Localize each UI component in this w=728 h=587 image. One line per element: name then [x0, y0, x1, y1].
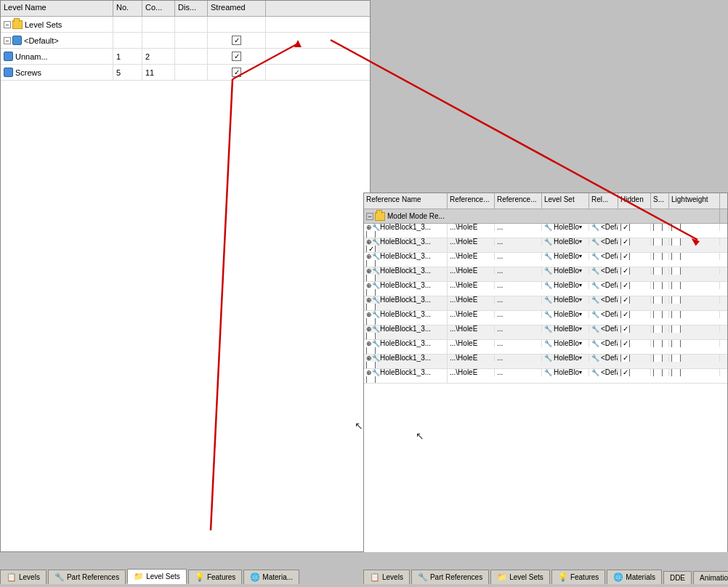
cb-rel[interactable] [620, 369, 630, 376]
cb-hidden[interactable] [653, 296, 663, 304]
dropdown-arrow[interactable]: ▾ [579, 355, 582, 361]
cb-lw[interactable] [366, 362, 376, 369]
cb-lw[interactable] [366, 376, 376, 384]
cb-s[interactable] [671, 369, 681, 376]
cb-hidden[interactable] [653, 282, 663, 289]
unnam-label: Unnam... [15, 52, 48, 61]
dropdown-arrow[interactable]: ▾ [579, 296, 582, 303]
cb-s[interactable] [671, 311, 681, 318]
tab-level-sets-right[interactable]: 📁 Level Sets [490, 570, 550, 584]
cb-lw[interactable] [366, 275, 376, 282]
dropdown-arrow[interactable]: ▾ [579, 267, 582, 274]
cb-s[interactable] [671, 355, 681, 362]
tab-levels-right[interactable]: 📋 Levels [363, 570, 410, 584]
cb-rel[interactable] [620, 238, 630, 246]
cb-hidden[interactable] [653, 253, 663, 260]
dropdown-arrow[interactable]: ▾ [579, 238, 582, 245]
label-level-set: <Defaul [601, 311, 618, 318]
cb-lw[interactable] [366, 260, 376, 267]
cb-s[interactable] [671, 224, 681, 231]
cb-unnam-streamed[interactable] [232, 52, 241, 61]
tab-features-left[interactable]: 💡 Features [188, 570, 242, 584]
label-level-set: <Defaul [601, 355, 618, 362]
tab-animation-right[interactable]: Animation [693, 571, 728, 584]
cb-s[interactable] [671, 296, 681, 304]
cb-rel[interactable] [620, 253, 630, 260]
cb-lw[interactable] [366, 318, 376, 325]
tab-part-refs-right[interactable]: 🔧 Part References [411, 570, 489, 584]
dropdown-arrow[interactable]: ▾ [579, 224, 582, 230]
left-panel: Level Name No. Co... Dis... Streamed − L… [0, 0, 371, 552]
cb-rel[interactable] [620, 267, 630, 275]
dropdown-arrow[interactable]: ▾ [579, 340, 582, 347]
dropdown-arrow[interactable]: ▾ [579, 311, 582, 317]
cb-hidden[interactable] [653, 224, 663, 231]
cb-lw[interactable] [366, 246, 376, 253]
expand-group[interactable]: − [366, 213, 373, 220]
dropdown-arrow[interactable]: ▾ [579, 369, 582, 376]
small-icon: 🔧 [544, 355, 552, 362]
part-icon: 🔧 [372, 238, 380, 246]
label-level-set: <Defaul [601, 369, 618, 376]
col-ref-name: Reference Name [364, 193, 448, 209]
cb-lw[interactable] [366, 304, 376, 311]
cell-hidden [651, 267, 669, 275]
cell-ref3: 🔧HoleBlo▾ [542, 224, 589, 231]
cb-rel[interactable] [620, 340, 630, 347]
cell-hidden [651, 282, 669, 289]
cb-s[interactable] [671, 340, 681, 347]
cell-lw [364, 362, 448, 369]
cb-hidden[interactable] [653, 325, 663, 333]
cb-lw[interactable] [366, 347, 376, 355]
cell-screws-streamed[interactable] [208, 65, 266, 80]
label-level-set: <Defaul [601, 296, 618, 304]
cb-hidden[interactable] [653, 355, 663, 362]
cb-hidden[interactable] [653, 369, 663, 376]
tab-materials-right[interactable]: 🌐 Materials [607, 570, 662, 584]
cb-rel[interactable] [620, 296, 630, 304]
cb-s[interactable] [671, 282, 681, 289]
cb-rel[interactable] [620, 325, 630, 333]
cb-screws-streamed[interactable] [232, 68, 241, 77]
tab-level-sets-left[interactable]: 📁 Level Sets [127, 569, 187, 584]
tab-dde-right[interactable]: DDE [663, 571, 692, 584]
cb-lw[interactable] [366, 333, 376, 340]
cell-lw [364, 246, 448, 253]
cb-s[interactable] [671, 267, 681, 275]
cb-hidden[interactable] [653, 267, 663, 275]
dropdown-arrow[interactable]: ▾ [579, 253, 582, 259]
cell-default-streamed[interactable] [208, 33, 266, 48]
cb-rel[interactable] [620, 311, 630, 318]
cb-lw[interactable] [366, 231, 376, 238]
cb-rel[interactable] [620, 282, 630, 289]
tab-materials-left[interactable]: 🌐 Materia... [243, 570, 299, 584]
expand-default[interactable]: − [4, 37, 11, 44]
tab-levels-left[interactable]: 📋 Levels [0, 570, 46, 584]
tab-dde-right-label: DDE [670, 574, 685, 582]
cb-default-streamed[interactable] [232, 36, 241, 45]
dropdown-arrow[interactable]: ▾ [579, 325, 582, 332]
small-icon: 🔧 [591, 340, 599, 347]
cb-hidden[interactable] [653, 311, 663, 318]
cell-level-sets-name: − Level Sets [1, 17, 113, 32]
expand-level-sets[interactable]: − [4, 21, 11, 28]
cell-ref-name: ⊕ 🔧 HoleBlock1_3... [364, 224, 448, 231]
dropdown-arrow[interactable]: ▾ [579, 282, 582, 288]
cb-hidden[interactable] [653, 238, 663, 246]
cb-lw[interactable] [366, 289, 376, 296]
cb-rel[interactable] [620, 224, 630, 231]
cb-s[interactable] [671, 253, 681, 260]
cell-level-sets-dis [175, 17, 208, 32]
cb-hidden[interactable] [653, 340, 663, 347]
tab-features-right[interactable]: 💡 Features [551, 570, 605, 584]
col-streamed: Streamed [208, 1, 266, 16]
row-unnam: Unnam... 1 2 [1, 49, 370, 65]
cb-s[interactable] [671, 325, 681, 333]
cell-s [669, 325, 720, 333]
level-set-icon-screws [4, 68, 13, 77]
cell-level-set: 🔧<Defaul▾ [589, 311, 618, 318]
cb-rel[interactable] [620, 355, 630, 362]
cb-s[interactable] [671, 238, 681, 246]
cell-unnam-streamed[interactable] [208, 49, 266, 64]
tab-part-refs-left[interactable]: 🔧 Part References [48, 570, 126, 584]
